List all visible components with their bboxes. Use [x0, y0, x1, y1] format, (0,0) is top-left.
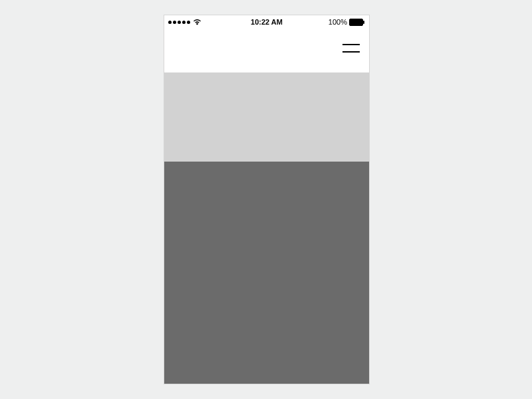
wifi-icon — [193, 19, 201, 25]
battery-icon — [349, 19, 365, 26]
content-placeholder — [164, 162, 369, 384]
menu-icon — [342, 44, 360, 45]
status-bar: 10:22 AM 100% — [164, 15, 369, 29]
svg-rect-1 — [363, 21, 364, 24]
battery-percent: 100% — [329, 18, 347, 26]
svg-rect-0 — [350, 19, 363, 25]
phone-frame: 10:22 AM 100% — [164, 15, 370, 384]
signal-dots-icon — [168, 21, 190, 24]
menu-button[interactable] — [342, 39, 360, 57]
menu-icon — [342, 51, 360, 53]
hero-placeholder — [164, 72, 369, 162]
nav-bar — [164, 29, 369, 72]
status-left — [168, 19, 201, 25]
status-right: 100% — [329, 18, 365, 26]
